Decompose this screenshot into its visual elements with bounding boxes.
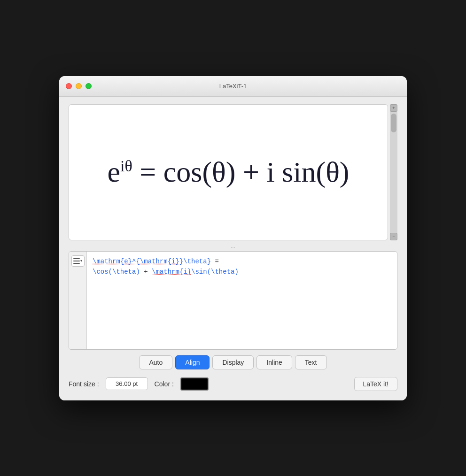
preview-container: eiθ = cos(θ) + i sin(θ) + − <box>69 104 397 240</box>
code-cos: \cos(\theta) <box>93 268 140 276</box>
scrollbar-thumb[interactable] <box>391 114 396 132</box>
scrollbar-down-button[interactable]: − <box>390 233 397 240</box>
mode-display-button[interactable]: Display <box>212 355 254 369</box>
close-button[interactable] <box>66 83 72 89</box>
editor-toolbar: ▾ <box>69 252 87 349</box>
code-mathrm-i: \mathrm{i} <box>140 258 179 265</box>
code-line-2: \cos(\theta) + \mathrm{i}\sin(\theta) <box>93 267 391 277</box>
code-theta-brace: }\theta} <box>179 258 211 265</box>
formula-preview: eiθ = cos(θ) + i sin(θ) <box>69 104 388 240</box>
svg-rect-0 <box>73 258 80 259</box>
color-label: Color : <box>155 380 174 388</box>
formula-display: eiθ = cos(θ) + i sin(θ) <box>98 145 359 199</box>
mode-buttons-group: Auto Align Display Inline Text <box>69 355 397 369</box>
mode-text-button[interactable]: Text <box>295 355 327 369</box>
resize-handle[interactable]: ⋯ <box>69 245 397 250</box>
window-title: LaTeXiT-1 <box>219 83 247 90</box>
code-mathrm-i2: \mathrm{i} <box>152 268 191 276</box>
color-swatch[interactable] <box>180 377 209 391</box>
code-sin: \sin(\theta) <box>191 268 239 276</box>
scrollbar-up-button[interactable]: + <box>390 104 397 112</box>
editor-container: ▾ \mathrm{e}^{\mathrm{i}}\theta} = \cos(… <box>69 251 397 350</box>
maximize-button[interactable] <box>85 83 92 89</box>
latex-it-button[interactable]: LaTeX it! <box>354 377 397 391</box>
titlebar: LaTeXiT-1 <box>59 76 407 97</box>
code-equals: = <box>211 258 219 265</box>
code-plus: + <box>140 268 152 276</box>
font-size-label: Font size : <box>69 380 99 388</box>
traffic-lights <box>66 83 92 89</box>
code-mathrm-e: \mathrm{e}^{ <box>93 258 140 265</box>
mode-align-button[interactable]: Align <box>175 355 210 369</box>
code-line-1: \mathrm{e}^{\mathrm{i}}\theta} = <box>93 256 391 267</box>
scrollbar-track: + − <box>390 104 397 240</box>
svg-rect-2 <box>73 263 80 264</box>
app-window: LaTeXiT-1 eiθ = cos(θ) + i sin(θ) + − ⋯ <box>59 76 407 400</box>
mode-auto-button[interactable]: Auto <box>139 355 172 369</box>
mode-inline-button[interactable]: Inline <box>256 355 292 369</box>
bottom-row: Font size : Color : LaTeX it! <box>69 377 397 391</box>
minimize-button[interactable] <box>76 83 82 89</box>
main-content: eiθ = cos(θ) + i sin(θ) + − ⋯ ▾ <box>59 97 407 400</box>
latex-editor[interactable]: \mathrm{e}^{\mathrm{i}}\theta} = \cos(\t… <box>87 252 397 349</box>
svg-rect-1 <box>73 261 80 261</box>
toolbar-menu-button[interactable]: ▾ <box>71 255 85 267</box>
font-size-input[interactable] <box>106 377 148 390</box>
